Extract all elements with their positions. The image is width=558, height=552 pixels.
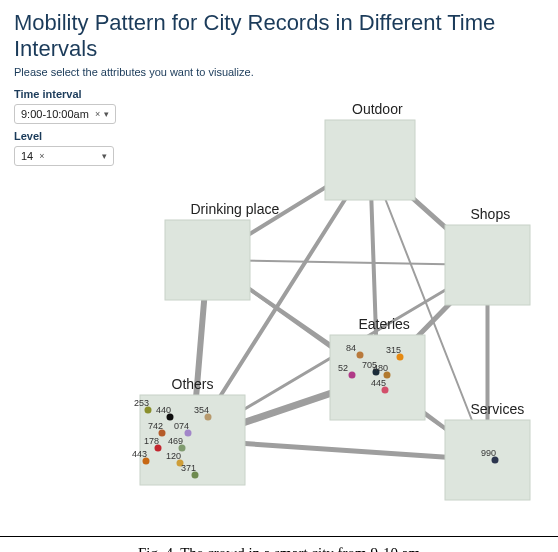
category-label-drinking: Drinking place (191, 201, 280, 217)
data-point-label: 315 (386, 345, 401, 355)
category-label-eateries: Eateries (359, 316, 410, 332)
data-point-label: 371 (181, 463, 196, 473)
category-label-outdoor: Outdoor (352, 101, 403, 117)
category-label-others: Others (172, 376, 214, 392)
chevron-down-icon[interactable]: ▾ (104, 109, 109, 119)
level-value: 14 (21, 150, 33, 162)
data-point-label: 52 (338, 363, 348, 373)
data-point-label: 253 (134, 398, 149, 408)
category-label-services: Services (471, 401, 525, 417)
data-point-label: 443 (132, 449, 147, 459)
data-point-label: 120 (166, 451, 181, 461)
data-point-label: 990 (481, 448, 496, 458)
page-subtitle: Please select the attributes you want to… (14, 66, 558, 78)
clear-icon[interactable]: × (95, 109, 100, 119)
clear-icon[interactable]: × (39, 151, 44, 161)
mobility-graph: OutdoorDrinking placeShopsEateriesOthers… (110, 100, 550, 520)
level-select[interactable]: 14 × ▾ (14, 146, 114, 166)
data-point[interactable] (349, 372, 356, 379)
category-box-shops[interactable] (445, 225, 530, 305)
data-point-label: 440 (156, 405, 171, 415)
data-point-label: 469 (168, 436, 183, 446)
chevron-down-icon[interactable]: ▾ (102, 151, 107, 161)
data-point-label: 445 (371, 378, 386, 388)
data-point-label: 354 (194, 405, 209, 415)
category-label-shops: Shops (471, 206, 511, 222)
category-box-services[interactable] (445, 420, 530, 500)
page-title: Mobility Pattern for City Records in Dif… (14, 10, 558, 62)
data-point-label: 074 (174, 421, 189, 431)
data-point-label: 480 (373, 363, 388, 373)
category-box-drinking[interactable] (165, 220, 250, 300)
data-point-label: 742 (148, 421, 163, 431)
category-box-outdoor[interactable] (325, 120, 415, 200)
time-interval-label: Time interval (14, 88, 558, 100)
time-interval-value: 9:00-10:00am (21, 108, 89, 120)
data-point-label: 178 (144, 436, 159, 446)
figure-caption: Fig. 4. The crowd in a smart city from 9… (0, 536, 558, 552)
data-point[interactable] (357, 352, 364, 359)
data-point-label: 84 (346, 343, 356, 353)
time-interval-select[interactable]: 9:00-10:00am × ▾ (14, 104, 116, 124)
